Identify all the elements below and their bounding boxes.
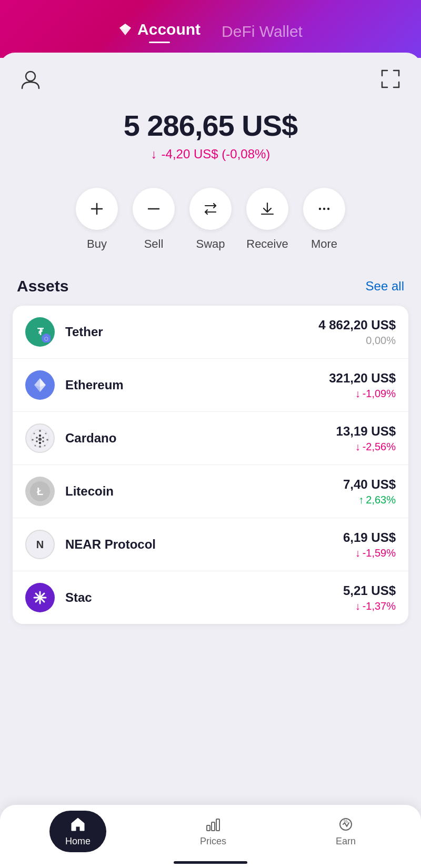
- svg-point-26: [34, 433, 35, 435]
- cardano-value: 13,19 US$: [336, 424, 396, 439]
- asset-cardano[interactable]: Cardano 13,19 US$ ↓ -2,56%: [13, 412, 408, 465]
- stac-arrow: ↓: [355, 600, 360, 612]
- near-logo: Ν: [25, 530, 55, 559]
- header: Account DeFi Wallet: [0, 0, 421, 58]
- stac-value: 5,21 US$: [343, 583, 396, 598]
- prices-icon: [205, 816, 222, 833]
- cardano-change: ↓ -2,56%: [336, 441, 396, 453]
- litecoin-name: Litecoin: [65, 484, 343, 499]
- svg-rect-42: [207, 825, 210, 831]
- profile-icon: [19, 67, 42, 90]
- near-arrow: ↓: [355, 547, 360, 559]
- ethereum-value: 321,20 US$: [329, 371, 396, 386]
- svg-text:Ν: Ν: [36, 539, 44, 550]
- account-tab[interactable]: Account: [118, 21, 201, 43]
- ada-icon: [30, 428, 50, 448]
- tab-indicator: [149, 42, 170, 43]
- ada-arrow: ↓: [355, 441, 360, 453]
- nav-earn[interactable]: % Earn: [320, 811, 372, 852]
- nav-prices[interactable]: Prices: [184, 811, 242, 852]
- assets-header: Assets See all: [13, 272, 408, 306]
- svg-point-23: [39, 446, 41, 448]
- scan-button[interactable]: [377, 65, 404, 93]
- asset-litecoin[interactable]: Ł Litecoin 7,40 US$ ↑ 2,63%: [13, 465, 408, 518]
- home-indicator: [174, 861, 247, 864]
- tether-icon: ₮ ⬡: [29, 321, 51, 342]
- svg-point-27: [39, 435, 41, 437]
- stac-change-text: -1,37%: [363, 600, 396, 612]
- near-change: ↓ -1,59%: [343, 547, 396, 559]
- assets-title: Assets: [17, 277, 68, 295]
- svg-point-25: [32, 439, 34, 441]
- nav-home-label: Home: [65, 836, 91, 847]
- near-change-text: -1,59%: [363, 547, 396, 559]
- asset-near[interactable]: Ν NEAR Protocol 6,19 US$ ↓ -1,59%: [13, 518, 408, 571]
- download-icon: [259, 200, 276, 217]
- tether-name: Tether: [65, 325, 318, 339]
- svg-point-33: [38, 438, 42, 441]
- buy-button[interactable]: Buy: [76, 188, 118, 251]
- tether-change-text: 0,00%: [366, 335, 396, 347]
- earn-icon: %: [337, 816, 354, 833]
- see-all-button[interactable]: See all: [366, 279, 404, 294]
- action-buttons: Buy Sell Swap: [0, 177, 421, 267]
- stac-change: ↓ -1,37%: [343, 600, 396, 612]
- swap-button[interactable]: Swap: [189, 188, 232, 251]
- more-label: More: [311, 237, 337, 251]
- eth-arrow: ↓: [355, 388, 360, 400]
- asset-stac[interactable]: Stac 5,21 US$ ↓ -1,37%: [13, 571, 408, 624]
- asset-ethereum[interactable]: Ethereum 321,20 US$ ↓ -1,09%: [13, 359, 408, 412]
- main-content: 5 286,65 US$ ↓ -4,20 US$ (-0,08%) Buy: [0, 53, 421, 687]
- cardano-name: Cardano: [65, 431, 336, 446]
- ltc-arrow: ↑: [358, 494, 364, 506]
- svg-text:Ł: Ł: [37, 486, 43, 497]
- ethereum-value-section: 321,20 US$ ↓ -1,09%: [329, 371, 396, 400]
- defi-tab[interactable]: DeFi Wallet: [222, 23, 303, 41]
- tether-change: 0,00%: [318, 335, 396, 347]
- sell-circle: [133, 188, 175, 230]
- stac-name: Stac: [65, 590, 343, 605]
- sell-label: Sell: [144, 237, 164, 251]
- svg-point-22: [44, 445, 46, 447]
- more-button[interactable]: More: [303, 188, 345, 251]
- svg-point-7: [319, 208, 321, 210]
- tether-logo: ₮ ⬡: [25, 317, 55, 347]
- svg-point-24: [35, 445, 36, 447]
- eth-icon: [31, 376, 49, 394]
- svg-point-31: [36, 440, 38, 442]
- ethereum-name: Ethereum: [65, 378, 329, 392]
- litecoin-value-section: 7,40 US$ ↑ 2,63%: [343, 477, 396, 506]
- assets-list: ₮ ⬡ Tether 4 862,20 US$ 0,00%: [13, 306, 408, 624]
- asset-tether[interactable]: ₮ ⬡ Tether 4 862,20 US$ 0,00%: [13, 306, 408, 359]
- svg-text:%: %: [344, 819, 348, 824]
- dots-icon: [316, 200, 333, 217]
- balance-change: ↓ -4,20 US$ (-0,08%): [151, 147, 270, 162]
- svg-point-20: [45, 433, 47, 435]
- ethereum-change-text: -1,09%: [363, 388, 396, 400]
- top-icons-row: [0, 53, 421, 98]
- near-icon: Ν: [30, 534, 50, 554]
- nav-prices-label: Prices: [200, 836, 226, 847]
- svg-point-30: [39, 442, 41, 444]
- profile-button[interactable]: [17, 65, 44, 93]
- svg-rect-44: [216, 819, 219, 831]
- more-circle: [303, 188, 345, 230]
- change-arrow-down: ↓: [151, 147, 157, 162]
- near-value-section: 6,19 US$ ↓ -1,59%: [343, 530, 396, 559]
- ethereum-change: ↓ -1,09%: [329, 388, 396, 400]
- home-icon: [69, 816, 86, 833]
- sell-button[interactable]: Sell: [133, 188, 175, 251]
- ethereum-logo: [25, 370, 55, 400]
- svg-point-8: [323, 208, 325, 210]
- svg-point-28: [42, 437, 44, 439]
- receive-button[interactable]: Receive: [246, 188, 288, 251]
- receive-circle: [246, 188, 288, 230]
- svg-point-21: [46, 439, 48, 441]
- svg-point-29: [42, 440, 44, 442]
- svg-text:⬡: ⬡: [44, 336, 48, 341]
- nav-home[interactable]: Home: [49, 811, 106, 852]
- buy-circle: [76, 188, 118, 230]
- tether-value-section: 4 862,20 US$ 0,00%: [318, 318, 396, 347]
- near-value: 6,19 US$: [343, 530, 396, 545]
- nav-earn-label: Earn: [336, 836, 356, 847]
